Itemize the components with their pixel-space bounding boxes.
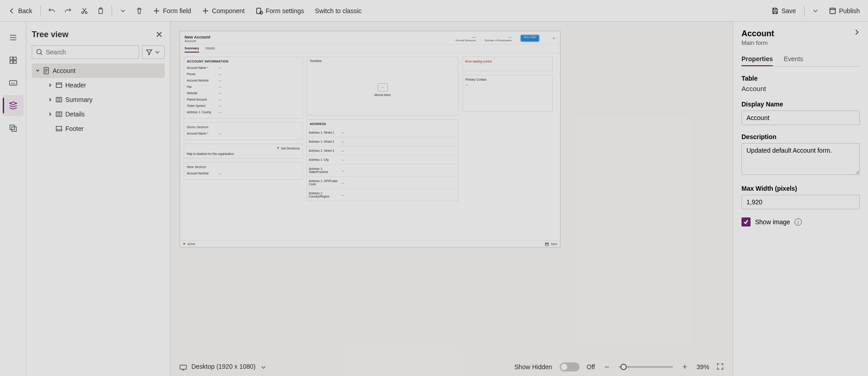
info-icon[interactable]: i	[795, 218, 802, 226]
preview-title: New Account	[185, 35, 210, 39]
field-row[interactable]: Fax---	[187, 84, 300, 90]
section-map[interactable]: 📍Get Directions Map is disabled for this…	[184, 144, 303, 159]
preview-tab-details[interactable]: Details	[205, 47, 215, 53]
tree-item-account[interactable]: Account	[32, 63, 165, 78]
section-account-info[interactable]: ACCOUNT INFORMATION Account Name*---Phon…	[184, 57, 303, 119]
field-row[interactable]: Address 1: Street 3---	[307, 146, 458, 155]
undo-icon[interactable]	[44, 4, 59, 18]
properties-panel: Account Main form Properties Events Tabl…	[733, 22, 868, 376]
footer-flag-icon: ⚑	[183, 242, 185, 246]
tree-item-label: Details	[65, 111, 85, 118]
rail-tree-icon[interactable]	[3, 95, 24, 116]
search-input-wrapper[interactable]	[32, 45, 139, 59]
component-button[interactable]: Component	[197, 5, 249, 17]
section-title: ADDRESS	[307, 120, 458, 126]
field-row[interactable]: Address 1: Street 1---	[307, 128, 458, 137]
field-row[interactable]: Website---	[187, 90, 300, 96]
chevron-down-icon[interactable]	[116, 4, 130, 18]
preview-tab-summary[interactable]: Summary	[185, 47, 199, 53]
zoom-slider[interactable]	[619, 366, 673, 368]
search-input[interactable]	[46, 48, 135, 56]
tree-list: Account Header Summary Details Footer	[32, 63, 165, 136]
save-label: Save	[781, 7, 796, 14]
save-icon: 💾	[545, 242, 549, 246]
paste-icon[interactable]	[93, 4, 108, 18]
delete-icon[interactable]	[132, 4, 146, 18]
form-preview[interactable]: New Account Account --- Annual Revenue -…	[180, 31, 561, 247]
back-label: Back	[18, 7, 32, 14]
field-row[interactable]: Account Name*---	[187, 65, 300, 71]
description-label: Description	[741, 133, 860, 140]
field-row[interactable]: Phone---	[187, 71, 300, 77]
field-row[interactable]: Ticker Symbol---	[187, 103, 300, 109]
tree-item-details[interactable]: Details	[32, 107, 165, 121]
field-row[interactable]: Address 1: Country/Region---	[307, 189, 458, 201]
zoom-in-button[interactable]: +	[680, 362, 689, 372]
field-label: Account Name	[187, 66, 206, 69]
field-row[interactable]: Address 1: County---	[187, 109, 300, 116]
section-timeline[interactable]: Timeline ··· Almost there	[307, 57, 458, 116]
field-row[interactable]: Parent Account---	[187, 96, 300, 103]
rail-abc-icon[interactable]: Abc	[3, 72, 24, 93]
field-label: Website	[187, 92, 197, 95]
error-control[interactable]: Error loading control	[462, 57, 553, 71]
fit-screen-icon[interactable]	[717, 363, 724, 371]
filter-button[interactable]	[142, 45, 165, 59]
cut-icon[interactable]	[77, 4, 92, 18]
field-row[interactable]: Address 1: Street 2---	[307, 137, 458, 146]
switch-classic-button[interactable]: Switch to classic	[311, 5, 366, 17]
form-field-label: Form field	[163, 7, 191, 14]
svg-rect-14	[12, 127, 16, 131]
field-row[interactable]: Address 1: City---	[307, 155, 458, 164]
form-settings-button[interactable]: Form settings	[251, 5, 309, 17]
get-directions-link[interactable]: 📍Get Directions	[187, 147, 300, 150]
close-icon[interactable]	[154, 29, 165, 40]
rail-components-icon[interactable]	[3, 50, 24, 71]
section-new[interactable]: New Section Account Number ---	[184, 162, 303, 180]
field-row[interactable]: Address 1: ZIP/Postal Code---	[307, 177, 458, 189]
section-address[interactable]: ADDRESS Address 1: Street 1---Address 1:…	[307, 119, 458, 201]
tree-item-footer[interactable]: Footer	[32, 121, 165, 136]
field-value: ---	[341, 181, 345, 184]
redo-icon[interactable]	[61, 4, 75, 18]
tree-item-summary[interactable]: Summary	[32, 92, 165, 107]
section-primary-contact[interactable]: Primary Contact ---	[462, 75, 553, 112]
rail-menu-icon[interactable]	[3, 27, 24, 48]
svg-text:Abc: Abc	[10, 82, 15, 85]
svg-point-1	[85, 12, 87, 14]
maxwidth-input[interactable]	[741, 195, 860, 209]
rail-form-libraries-icon[interactable]	[3, 118, 24, 139]
section-demo[interactable]: Demo Section Account Name* ---	[184, 122, 303, 140]
tree-item-header[interactable]: Header	[32, 78, 165, 92]
save-dropdown-icon[interactable]	[808, 4, 823, 18]
chevron-down-icon[interactable]: ⌄	[552, 35, 556, 42]
field-row[interactable]: Account Name* ---	[187, 130, 300, 137]
field-label: Ticker Symbol	[187, 104, 205, 107]
preview-subtitle: Account	[185, 39, 210, 43]
show-hidden-toggle[interactable]	[560, 362, 580, 371]
back-button[interactable]: Back	[4, 5, 37, 17]
field-value: ---	[219, 72, 222, 76]
show-hidden-label: Show Hidden	[514, 363, 552, 371]
field-row[interactable]: Account Number ---	[187, 170, 300, 177]
description-input[interactable]	[741, 143, 860, 175]
display-name-input[interactable]	[741, 111, 860, 125]
form-field-button[interactable]: Form field	[148, 5, 195, 17]
device-selector[interactable]: Desktop (1920 x 1080)	[180, 363, 270, 371]
field-row[interactable]: Account Number---	[187, 77, 300, 84]
field-value: ---	[219, 111, 222, 114]
device-label: Desktop (1920 x 1080)	[191, 363, 256, 370]
footer-status: Active	[187, 242, 195, 246]
svg-rect-13	[10, 125, 15, 130]
zoom-out-button[interactable]: −	[602, 362, 611, 372]
field-row[interactable]: Address 1: State/Province---	[307, 164, 458, 177]
section-title: New Section	[187, 165, 300, 169]
save-button[interactable]: Save	[767, 5, 800, 17]
footer-save[interactable]: Save	[551, 242, 557, 246]
publish-button[interactable]: Publish	[824, 5, 864, 17]
show-image-checkbox[interactable]	[741, 217, 751, 227]
collapse-icon[interactable]	[853, 29, 860, 37]
tab-events[interactable]: Events	[784, 53, 803, 66]
timeline-title: Timeline	[307, 57, 458, 65]
tab-properties[interactable]: Properties	[741, 53, 773, 66]
